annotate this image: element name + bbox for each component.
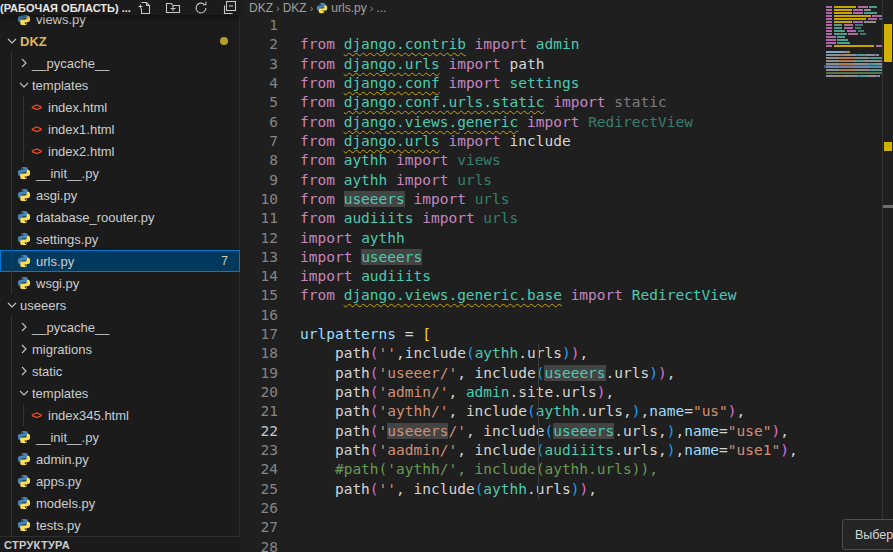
line-number[interactable]: 20 — [241, 383, 278, 402]
line-number[interactable]: 3 — [241, 55, 278, 74]
line-number[interactable]: 7 — [241, 132, 278, 151]
line-number[interactable]: 23 — [241, 441, 278, 460]
tree-item-models-py[interactable]: models.py — [0, 492, 240, 514]
code-line-8[interactable]: 8from aythh import views — [241, 151, 893, 170]
line-number[interactable]: 26 — [241, 499, 278, 518]
code-line-16[interactable]: 16 — [241, 306, 893, 325]
code-line-3[interactable]: 3from django.urls import path — [241, 55, 893, 74]
tree-item-apps-py[interactable]: apps.py — [0, 470, 240, 492]
code-line-15[interactable]: 15from django.views.generic.base import … — [241, 286, 893, 305]
overview-ruler[interactable] — [883, 0, 893, 552]
code-line-25[interactable]: 25 path('', include(aythh.urls)), — [241, 480, 893, 499]
line-number[interactable]: 21 — [241, 402, 278, 421]
tree-item-index345-html[interactable]: <>index345.html — [0, 404, 240, 426]
tree-item-index1-html[interactable]: <>index1.html — [0, 118, 240, 140]
new-folder-icon[interactable] — [165, 0, 181, 16]
line-number[interactable]: 8 — [241, 151, 278, 170]
code-line-21[interactable]: 21 path('aythh/', include(aythh.urls,),n… — [241, 402, 893, 421]
minimap[interactable] — [824, 0, 882, 552]
outline-section-header[interactable]: СТРУКТУРА — [0, 536, 240, 552]
line-number[interactable]: 15 — [241, 286, 278, 305]
code-line-6[interactable]: 6from django.views.generic import Redire… — [241, 113, 893, 132]
code-indent-guide — [538, 344, 539, 499]
chevron-right-icon — [16, 319, 32, 335]
code-line-4[interactable]: 4from django.conf import settings — [241, 74, 893, 93]
line-number[interactable]: 25 — [241, 480, 278, 499]
html-file-icon: <> — [28, 99, 44, 115]
tree-item--init-py[interactable]: __init__.py — [0, 162, 240, 184]
new-file-icon[interactable] — [137, 0, 153, 16]
line-number[interactable]: 11 — [241, 209, 278, 228]
code-line-1[interactable]: 1 — [241, 16, 893, 35]
code-line-10[interactable]: 10from useeers import urls — [241, 190, 893, 209]
line-number[interactable]: 13 — [241, 248, 278, 267]
tree-item-admin-py[interactable]: admin.py — [0, 448, 240, 470]
tree-item-static[interactable]: static — [0, 360, 240, 382]
code-line-19[interactable]: 19 path('useeer/', include(useeers.urls)… — [241, 364, 893, 383]
line-number[interactable]: 19 — [241, 364, 278, 383]
line-number[interactable]: 16 — [241, 306, 278, 325]
line-number[interactable]: 22 — [241, 422, 278, 441]
code-line-2[interactable]: 2from django.contrib import admin — [241, 35, 893, 54]
code-line-18[interactable]: 18 path('',include(aythh.urls)), — [241, 344, 893, 363]
tree-item-migrations[interactable]: migrations — [0, 338, 240, 360]
line-number[interactable]: 6 — [241, 113, 278, 132]
tree-item-templates[interactable]: templates — [0, 74, 240, 96]
code-line-17[interactable]: 17urlpatterns = [ — [241, 325, 893, 344]
tree-indent-guide — [11, 316, 12, 536]
tree-item-useeers[interactable]: useeers — [0, 294, 240, 316]
line-number[interactable]: 27 — [241, 518, 278, 537]
breadcrumb-item[interactable]: ... — [376, 1, 386, 15]
line-number[interactable]: 12 — [241, 229, 278, 248]
code-line-9[interactable]: 9from aythh import urls — [241, 171, 893, 190]
code-line-24[interactable]: 24 #path('aythh/', include(aythh.urls)), — [241, 460, 893, 479]
outline-section-label: СТРУКТУРА — [4, 539, 70, 551]
code-line-7[interactable]: 7from django.urls import include — [241, 132, 893, 151]
breadcrumb-item[interactable]: urls.py — [316, 1, 366, 15]
line-number[interactable]: 18 — [241, 344, 278, 363]
modified-indicator-dot — [220, 37, 228, 45]
line-number[interactable]: 9 — [241, 171, 278, 190]
line-number[interactable]: 17 — [241, 325, 278, 344]
code-line-27[interactable]: 27 — [241, 518, 893, 537]
code-line-5[interactable]: 5from django.conf.urls.static import sta… — [241, 93, 893, 112]
code-line-14[interactable]: 14import audiiits — [241, 267, 893, 286]
line-number[interactable]: 5 — [241, 93, 278, 112]
line-number[interactable]: 28 — [241, 538, 278, 552]
tree-item--pycache-[interactable]: __pycache__ — [0, 52, 240, 74]
code-line-26[interactable]: 26 — [241, 499, 893, 518]
line-number[interactable]: 2 — [241, 35, 278, 54]
line-number[interactable]: 14 — [241, 267, 278, 286]
explorer-section-header[interactable]: (РАБОЧАЯ ОБЛАСТЬ) ... — [0, 0, 240, 15]
code-line-20[interactable]: 20 path('admin/', admin.site.urls), — [241, 383, 893, 402]
collapse-all-icon[interactable] — [221, 0, 237, 16]
refresh-icon[interactable] — [193, 0, 209, 16]
code-line-28[interactable]: 28 — [241, 538, 893, 552]
breadcrumb-item[interactable]: DKZ — [249, 1, 273, 15]
tree-item-urls-py[interactable]: urls.py7 — [0, 250, 240, 272]
code-line-12[interactable]: 12import aythh — [241, 229, 893, 248]
code-line-22[interactable]: 22 path('useeers/', include(useeers.urls… — [241, 422, 893, 441]
code-line-13[interactable]: 13import useeers — [241, 248, 893, 267]
minimap-line-bar — [826, 57, 839, 59]
tree-item-index-html[interactable]: <>index.html — [0, 96, 240, 118]
tree-item-index2-html[interactable]: <>index2.html — [0, 140, 240, 162]
code-line-11[interactable]: 11from audiiits import urls — [241, 209, 893, 228]
tree-item--pycache-[interactable]: __pycache__ — [0, 316, 240, 338]
line-number[interactable]: 24 — [241, 460, 278, 479]
tree-item-tests-py[interactable]: tests.py — [0, 514, 240, 536]
line-number[interactable]: 4 — [241, 74, 278, 93]
tree-item-wsgi-py[interactable]: wsgi.py — [0, 272, 240, 294]
line-content: from useeers import urls — [300, 190, 510, 209]
breadcrumb-item[interactable]: DKZ — [283, 1, 307, 15]
tree-item-settings-py[interactable]: settings.py — [0, 228, 240, 250]
code-line-23[interactable]: 23 path('aadmin/', include(audiiits.urls… — [241, 441, 893, 460]
line-number[interactable]: 10 — [241, 190, 278, 209]
tree-item--init-py[interactable]: __init__.py — [0, 426, 240, 448]
tree-item-database-roouter-py[interactable]: database_roouter.py — [0, 206, 240, 228]
line-number[interactable]: 1 — [241, 16, 278, 35]
tree-item-dkz[interactable]: DKZ — [0, 30, 240, 52]
tree-item-templates[interactable]: templates — [0, 382, 240, 404]
tree-item-asgi-py[interactable]: asgi.py — [0, 184, 240, 206]
python-file-icon — [16, 451, 32, 467]
